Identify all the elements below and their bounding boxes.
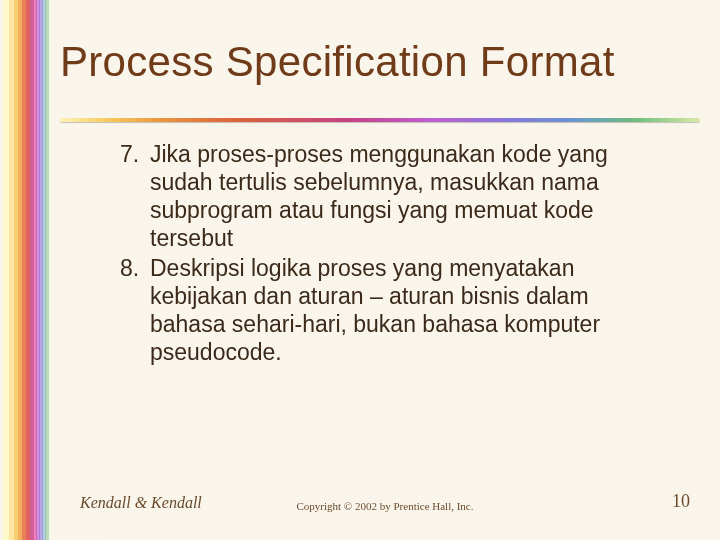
- title-underline: [60, 118, 700, 122]
- list-number: 8.: [120, 254, 150, 366]
- footer-copyright: Copyright © 2002 by Prentice Hall, Inc.: [80, 500, 690, 512]
- list-number: 7.: [120, 140, 150, 252]
- list-text: Jika proses-proses menggunakan kode yang…: [150, 140, 670, 252]
- list-item: 7. Jika proses-proses menggunakan kode y…: [120, 140, 670, 252]
- page-number: 10: [672, 491, 690, 512]
- body-text: 7. Jika proses-proses menggunakan kode y…: [120, 140, 670, 368]
- list-text: Deskripsi logika proses yang menyatakan …: [150, 254, 670, 366]
- list-item: 8. Deskripsi logika proses yang menyatak…: [120, 254, 670, 366]
- slide-title: Process Specification Format: [60, 38, 690, 86]
- footer: Kendall & Kendall Copyright © 2002 by Pr…: [80, 491, 690, 512]
